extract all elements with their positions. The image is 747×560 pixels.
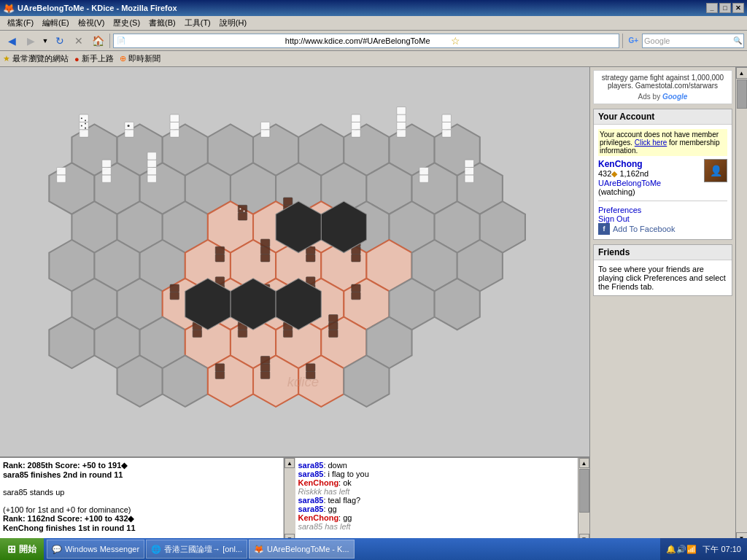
star-icon[interactable]: ☆ (451, 35, 616, 47)
main-scrollbar[interactable]: ▲ ▼ (735, 67, 747, 544)
chat-line-5: sara85: teal flag? (298, 496, 576, 505)
svg-rect-94 (147, 175, 156, 182)
forward-button[interactable]: ▶ (22, 33, 39, 49)
search-icon[interactable]: 🔍 (733, 36, 742, 44)
svg-rect-65 (80, 114, 88, 122)
svg-rect-103 (238, 213, 247, 220)
main-content: kdice Rank: 2085th Score: +50 to 191◆ sa… (0, 67, 747, 544)
tray-time: 下午 07:10 (703, 544, 741, 555)
sign-out-link[interactable]: Sign Out (598, 214, 630, 223)
click-here-link[interactable]: Click here (635, 139, 667, 147)
start-label: 開始 (19, 543, 36, 556)
back-button[interactable]: ◀ (3, 33, 20, 49)
bookmark-popular-sites[interactable]: ★ 最常瀏覽的網站 (3, 53, 69, 64)
ie-icon: 🌐 (151, 545, 161, 554)
bookmark-news-label: 即時新聞 (128, 53, 160, 64)
taskbar-item-forum[interactable]: 🌐 香港三國論壇→ [onl... (146, 540, 247, 559)
log-scroll-up[interactable]: ▲ (285, 458, 295, 468)
chat-scroll-thumb (579, 469, 589, 513)
scroll-track (736, 79, 747, 532)
menubar: 檔案(F) 編輯(E) 檢視(V) 歷史(S) 書籤(B) 工具(T) 說明(H… (0, 16, 747, 31)
bookmark-newbie-label: 新手上路 (82, 53, 114, 64)
svg-rect-64 (80, 122, 88, 129)
bottom-area: Rank: 2085th Score: +50 to 191◆ sara85 f… (0, 456, 589, 544)
svg-rect-81 (352, 114, 360, 122)
taskbar-kdice-label: UAreBelongToMe - K... (267, 545, 349, 553)
menu-history[interactable]: 歷史(S) (109, 16, 144, 30)
scroll-up-button[interactable]: ▲ (736, 67, 748, 79)
menu-bookmarks[interactable]: 書籤(B) (144, 16, 180, 30)
chat-line-2: sara85: i flag to you (298, 470, 576, 478)
dropdown-arrow[interactable]: ▼ (41, 33, 50, 49)
account-details: KenChong 432◆ 1,162nd UAreBelongToMe (wa… (598, 159, 701, 196)
log-line-2: sara85 finishes 2nd in round 11 (3, 470, 280, 479)
avatar: 👤 (704, 159, 727, 182)
chat-scroll-up[interactable]: ▲ (579, 458, 589, 468)
menu-tools[interactable]: 工具(T) (180, 16, 215, 30)
add-facebook-button[interactable]: f Add To Facebook (598, 223, 727, 235)
diamond-icon: ◆ (611, 169, 617, 178)
taskbar-item-kdice[interactable]: 🦊 UAreBelongToMe - K... (249, 540, 355, 559)
svg-rect-112 (260, 254, 269, 262)
menu-edit[interactable]: 編輯(E) (38, 16, 74, 30)
game-board[interactable]: kdice (0, 67, 589, 456)
scroll-thumb (737, 79, 747, 109)
friends-title: Friends (594, 245, 732, 260)
svg-rect-134 (238, 330, 247, 337)
titlebar-title: UAreBelongToMe - KDice - Mozilla Firefox (18, 4, 177, 12)
svg-point-68 (81, 125, 82, 127)
svg-rect-111 (215, 246, 224, 254)
menu-file[interactable]: 檔案(F) (3, 16, 38, 30)
svg-rect-143 (215, 364, 224, 371)
home-button[interactable]: 🏠 (89, 33, 107, 49)
stop-button[interactable]: ✕ (70, 33, 88, 49)
svg-rect-91 (102, 175, 111, 182)
chat-line-6: sara85: gg (298, 505, 576, 513)
search-bar[interactable]: Google 🔍 (642, 34, 744, 48)
bookmark-news[interactable]: ⊕ 即時新聞 (120, 53, 160, 64)
taskbar-tray: 🔔🔊📶 下午 07:10 (660, 538, 747, 560)
svg-rect-115 (306, 254, 315, 262)
google-label: Google (644, 36, 733, 45)
minimize-button[interactable]: _ (706, 3, 718, 13)
account-watching-link[interactable]: UAreBelongToMe (598, 179, 701, 187)
toolbar-separator-2 (622, 34, 623, 48)
svg-rect-144 (260, 371, 269, 378)
svg-rect-92 (102, 168, 111, 175)
svg-rect-101 (465, 168, 473, 175)
log-line-7: Rank: 1162nd Score: +100 to 432◆ (3, 514, 280, 524)
bookmark-newbie[interactable]: ● 新手上路 (74, 53, 114, 64)
svg-rect-146 (260, 356, 269, 363)
star-bookmark-icon: ★ (3, 54, 10, 63)
add-facebook-label: Add To Facebook (613, 225, 675, 233)
svg-rect-98 (419, 175, 428, 182)
svg-rect-80 (352, 122, 360, 129)
messenger-icon: 💬 (52, 545, 62, 554)
account-watching-label: (watching) (598, 187, 701, 196)
svg-rect-145 (260, 364, 269, 371)
preferences-link[interactable]: Preferences (598, 206, 641, 214)
svg-rect-89 (57, 175, 66, 182)
firefox-icon: 🦊 (3, 3, 15, 14)
svg-rect-90 (57, 168, 66, 175)
svg-rect-109 (283, 198, 292, 205)
svg-rect-93 (102, 160, 111, 167)
close-button[interactable]: ✕ (732, 3, 744, 13)
maximize-button[interactable]: □ (719, 3, 731, 13)
account-info: KenChong 432◆ 1,162nd UAreBelongToMe (wa… (598, 159, 727, 196)
log-scrollbar[interactable]: ▲ ▼ (284, 458, 295, 544)
reload-button[interactable]: ↻ (51, 33, 69, 49)
google-btn[interactable]: G+ (626, 33, 640, 49)
taskbar-item-messenger[interactable]: 💬 Windows Messenger (47, 540, 144, 559)
menu-view[interactable]: 檢視(V) (74, 16, 109, 30)
friends-description: To see where your friends are playing cl… (598, 265, 727, 291)
svg-rect-114 (260, 239, 269, 246)
address-bar[interactable]: 📄 http://www.kdice.com/#UAreBelongToMe ☆ (113, 34, 619, 48)
menu-help[interactable]: 說明(H) (215, 16, 251, 30)
account-score-rank: 432◆ 1,162nd (598, 169, 701, 179)
account-username[interactable]: KenChong (598, 159, 701, 169)
chat-scrollbar[interactable]: ▲ ▼ (578, 458, 589, 544)
start-button[interactable]: ⊞ 開始 (0, 538, 44, 560)
svg-rect-99 (419, 168, 428, 175)
titlebar-left: 🦊 UAreBelongToMe - KDice - Mozilla Firef… (3, 3, 177, 14)
